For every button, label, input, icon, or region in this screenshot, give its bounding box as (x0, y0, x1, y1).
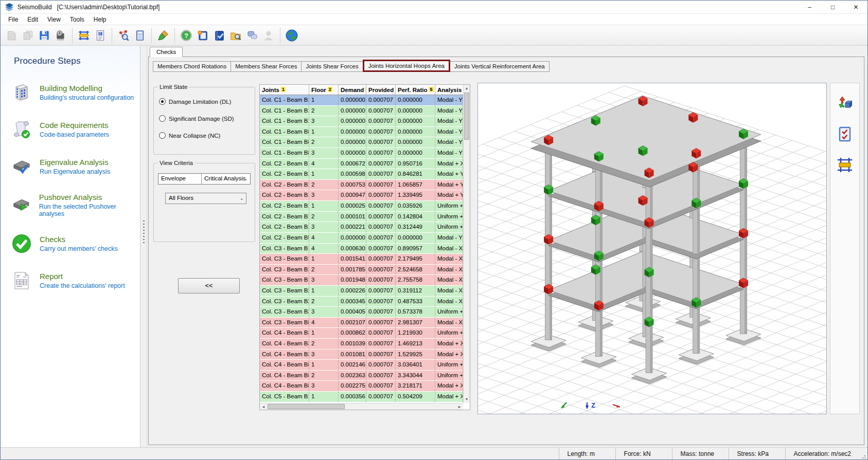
radio-significant-damage[interactable]: Significant Damage (SD) (159, 115, 250, 122)
table-row[interactable]: Col. C3 - Beam B210.0002260.0007070.3191… (260, 286, 463, 297)
table-row[interactable]: Col. C4 - Beam B8 -30.0022750.0007073.21… (260, 381, 463, 392)
table-row[interactable]: Col. C1 - Beam B110.0000000.0007070.0000… (260, 95, 463, 106)
eigenvalue-search-icon[interactable] (116, 28, 131, 43)
floors-select[interactable]: All Floors ⌄ (165, 193, 246, 204)
model-3d-scene[interactable] (478, 83, 826, 414)
minimize-button[interactable]: – (798, 1, 821, 13)
chip-check-icon (11, 156, 32, 177)
manual-check-icon[interactable] (211, 28, 227, 43)
sidebar-item-code-requirements[interactable]: Code Requirements Code-based parameters (1, 119, 140, 140)
step-subtitle: Run Eigenvalue analysis (40, 168, 110, 175)
table-row[interactable]: Col. C5 - Beam B1010.0003560.0007070.504… (260, 392, 463, 402)
resize-grip[interactable] (859, 452, 866, 459)
table-row[interactable]: Col. C4 - Beam B310.0008620.0007071.2199… (260, 328, 463, 339)
table-row[interactable]: Col. C1 - Beam B120.0000000.0007070.0000… (260, 106, 463, 117)
section-frame-icon[interactable] (836, 156, 854, 174)
menu-view[interactable]: View (43, 15, 65, 24)
tab-checks[interactable]: Checks (150, 47, 183, 57)
radio-near-collapse[interactable]: Near Collapse (NC) (159, 132, 250, 139)
subtab-joints-horizontal-hoops-area[interactable]: Joints Horizontal Hoops Area (363, 60, 450, 72)
redo-icon[interactable] (20, 28, 36, 43)
horizontal-scrollbar[interactable]: ◄ ► (260, 403, 463, 410)
scroll-right-icon[interactable]: ► (456, 403, 463, 410)
sidebar-item-report[interactable]: Report Create the calculations' report (1, 270, 140, 291)
table-row[interactable]: Col. C2 - Beam B1 -20.0007530.0007071.06… (260, 180, 463, 191)
report-icon[interactable] (93, 28, 108, 43)
menu-edit[interactable]: Edit (23, 15, 43, 24)
maximize-button[interactable]: □ (821, 1, 844, 13)
table-row[interactable]: Col. C2 - Beam B1010.0000250.0007070.035… (260, 201, 463, 212)
tutorial-book-icon[interactable] (195, 28, 210, 43)
save-icon[interactable] (37, 28, 52, 43)
horizontal-scroll-thumb[interactable] (268, 404, 345, 409)
table-row[interactable]: Col. C3 - Beam B140.0006300.0007070.8909… (260, 244, 463, 254)
sidebar-item-checks[interactable]: Checks Carry out members' checks (1, 233, 140, 254)
envelope-cell[interactable]: Envelope (158, 174, 202, 184)
model-3d-viewport[interactable]: Z (477, 83, 827, 414)
table-row[interactable]: Col. C2 - Beam B140.0006720.0007070.9507… (260, 159, 463, 170)
view-criteria-combo[interactable]: Envelope Critical Analysis ⌄ (158, 173, 251, 185)
subtab-joints-shear-forces[interactable]: Joints Shear Forces (301, 61, 363, 72)
table-row[interactable]: Col. C2 - Beam B1 -10.0005980.0007070.84… (260, 169, 463, 180)
website-globe-icon[interactable] (284, 28, 299, 43)
table-row[interactable]: Col. C3 - Beam B1330.0019480.0007072.755… (260, 275, 463, 286)
table-row[interactable]: Col. C4 - Beam B330.0010810.0007071.5299… (260, 349, 463, 360)
checks-list-icon[interactable] (836, 125, 854, 143)
sidebar-item-pushover-analysis[interactable]: Pushover Analysis Run the selected Pusho… (1, 193, 140, 217)
table-row[interactable]: Col. C4 - Beam B8 -10.0021460.0007073.03… (260, 360, 463, 371)
table-row[interactable]: Col. C3 - Beam B840.0021070.0007072.9813… (260, 318, 463, 328)
calculator-icon[interactable] (132, 28, 148, 43)
orientation-axes-icon[interactable] (836, 95, 854, 112)
brush-icon[interactable] (155, 28, 171, 43)
scroll-up-icon[interactable]: ▲ (464, 85, 470, 92)
subtab-joints-vertical-reinforcement-area[interactable]: Joints Vertical Reinforcement Area (450, 61, 550, 72)
contact-icon[interactable] (261, 28, 276, 43)
table-row[interactable]: Col. C1 - Beam B130.0000000.0007070.0000… (260, 116, 463, 127)
examples-folder-icon[interactable] (228, 28, 243, 43)
subtab-members-shear-forces[interactable]: Members Shear Forces (231, 61, 302, 72)
help-icon[interactable]: ? (179, 28, 194, 43)
table-row[interactable]: Col. C1 - Beam B820.0000000.0007070.0000… (260, 137, 463, 148)
step-subtitle: Carry out members' checks (40, 245, 118, 252)
sidebar-splitter[interactable] (140, 46, 147, 447)
subtab-members-chord-rotations[interactable]: Members Chord Rotations (153, 61, 231, 72)
forum-chat-icon[interactable] (244, 28, 260, 43)
table-row[interactable]: Col. C2 - Beam B540.0000000.0007070.0000… (260, 233, 463, 244)
joints-table-header: Joints1 Floor2 Demand3 Provided4 Perf. R… (260, 85, 463, 95)
col-header-joints[interactable]: Joints1 (260, 85, 309, 95)
collapse-panel-button[interactable]: << (178, 278, 240, 293)
menu-file[interactable]: File (4, 15, 23, 24)
table-row[interactable]: Col. C1 - Beam B810.0000000.0007070.0000… (260, 127, 463, 138)
sidebar-item-eigenvalue-analysis[interactable]: Eigenvalue Analysis Run Eigenvalue analy… (1, 156, 140, 177)
processor-settings-icon[interactable] (53, 28, 68, 43)
table-row[interactable]: Col. C3 - Beam B1320.0017850.0007072.524… (260, 265, 463, 275)
close-button[interactable]: ✕ (844, 1, 867, 13)
col-header-provided[interactable]: Provided4 (366, 85, 396, 95)
col-header-analysis[interactable]: Analysis (435, 85, 463, 95)
table-row[interactable]: Col. C4 - Beam B320.0010390.0007071.4692… (260, 339, 463, 349)
procedure-steps-sidebar: Procedure Steps Building Modelling Build… (1, 46, 140, 447)
col-header-perf-ratio[interactable]: Perf. Ratio5 (396, 85, 435, 95)
table-row[interactable]: Col. C1 - Beam B830.0000000.0007070.0000… (260, 148, 463, 159)
step-title: Code Requirements (40, 121, 109, 130)
vertical-scroll-thumb[interactable] (464, 93, 469, 140)
table-row[interactable]: Col. C3 - Beam B1310.0015410.0007072.179… (260, 254, 463, 265)
scroll-down-icon[interactable]: ▼ (464, 396, 470, 403)
table-row[interactable]: Col. C3 - Beam B230.0004050.0007070.5733… (260, 307, 463, 318)
sidebar-item-building-modelling[interactable]: Building Modelling Building's structural… (1, 82, 140, 103)
vertical-scrollbar[interactable]: ▲ ▼ (463, 85, 470, 403)
critical-analysis-cell[interactable]: Critical Analysis ⌄ (202, 174, 250, 184)
table-row[interactable]: Col. C4 - Beam B8 -20.0023630.0007073.34… (260, 371, 463, 381)
building-modeller-icon[interactable] (76, 28, 92, 43)
undo-icon[interactable] (4, 28, 19, 43)
table-row[interactable]: Col. C2 - Beam B1030.0002210.0007070.312… (260, 222, 463, 233)
scroll-left-icon[interactable]: ◄ (260, 403, 267, 410)
menu-help[interactable]: Help (89, 15, 111, 24)
radio-damage-limitation[interactable]: Damage Limitation (DL) (159, 98, 250, 105)
table-row[interactable]: Col. C2 - Beam B1 -30.0009470.0007071.33… (260, 190, 463, 201)
menu-tools[interactable]: Tools (65, 15, 89, 24)
col-header-floor[interactable]: Floor2 (309, 85, 339, 95)
table-row[interactable]: Col. C3 - Beam B220.0003450.0007070.4875… (260, 297, 463, 307)
col-header-demand[interactable]: Demand3 (339, 85, 366, 95)
table-row[interactable]: Col. C2 - Beam B1020.0001010.0007070.142… (260, 212, 463, 223)
